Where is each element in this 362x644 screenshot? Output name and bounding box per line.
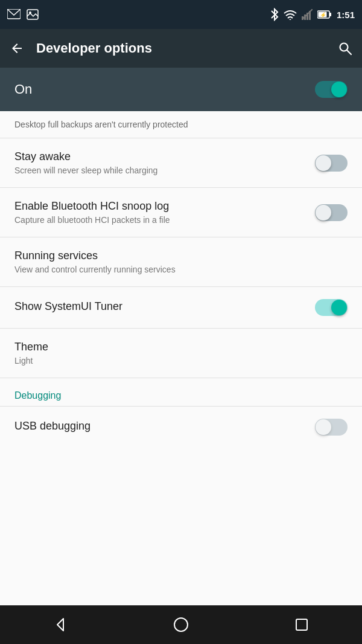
signal-icon xyxy=(302,9,313,20)
on-label: On xyxy=(14,82,32,97)
setting-systemui-tuner-title: Show SystemUI Tuner xyxy=(14,300,305,313)
content-area: Desktop full backups aren't currently pr… xyxy=(0,111,362,605)
setting-usb-debugging[interactable]: USB debugging xyxy=(0,407,362,442)
setting-theme-title: Theme xyxy=(14,341,338,353)
search-button[interactable] xyxy=(338,41,352,56)
status-bar-left-icons xyxy=(7,9,39,20)
setting-stay-awake[interactable]: Stay awake Screen will never sleep while… xyxy=(0,138,362,188)
status-time: 1:51 xyxy=(337,10,355,20)
setting-usb-debugging-text: USB debugging xyxy=(14,420,315,435)
setting-bluetooth-hci[interactable]: Enable Bluetooth HCI snoop log Capture a… xyxy=(0,188,362,237)
toggle-knob xyxy=(331,300,347,315)
svg-rect-17 xyxy=(296,619,307,630)
nav-recents-button[interactable] xyxy=(284,607,320,643)
page-title: Developer options xyxy=(36,40,338,56)
svg-rect-10 xyxy=(329,13,331,16)
toggle-knob xyxy=(316,419,331,435)
image-icon xyxy=(27,9,39,20)
setting-systemui-tuner-text: Show SystemUI Tuner xyxy=(14,300,315,315)
setting-bluetooth-hci-title: Enable Bluetooth HCI snoop log xyxy=(14,200,305,213)
toggle-knob xyxy=(331,82,347,97)
svg-point-16 xyxy=(174,618,188,631)
section-header-debugging: Debugging xyxy=(0,378,362,407)
setting-theme-text: Theme Light xyxy=(14,341,348,365)
setting-bluetooth-hci-text: Enable Bluetooth HCI snoop log Capture a… xyxy=(14,200,315,225)
setting-stay-awake-text: Stay awake Screen will never sleep while… xyxy=(14,150,315,175)
setting-running-services[interactable]: Running services View and control curren… xyxy=(0,237,362,287)
back-button[interactable] xyxy=(10,41,24,56)
svg-marker-15 xyxy=(57,619,63,631)
svg-text:⚡: ⚡ xyxy=(320,11,327,19)
toolbar: Developer options xyxy=(0,29,362,68)
setting-stay-awake-subtitle: Screen will never sleep while charging xyxy=(14,166,305,175)
setting-running-services-subtitle: View and control currently running servi… xyxy=(14,265,338,274)
setting-theme-subtitle: Light xyxy=(14,356,338,365)
nav-home-button[interactable] xyxy=(163,607,199,643)
toggle-knob xyxy=(316,155,331,171)
usb-debugging-toggle[interactable] xyxy=(315,419,348,436)
nav-back-button[interactable] xyxy=(42,607,78,643)
gmail-icon xyxy=(7,9,21,20)
setting-bluetooth-hci-subtitle: Capture all bluetooth HCI packets in a f… xyxy=(14,215,305,225)
bluetooth-icon xyxy=(270,8,279,21)
battery-icon: ⚡ xyxy=(317,9,332,20)
stay-awake-toggle[interactable] xyxy=(315,155,348,172)
systemui-tuner-toggle[interactable] xyxy=(315,299,348,316)
setting-stay-awake-title: Stay awake xyxy=(14,150,305,163)
status-bar-right-icons: ⚡ 1:51 xyxy=(270,8,355,21)
setting-theme[interactable]: Theme Light xyxy=(0,329,362,378)
setting-running-services-title: Running services xyxy=(14,250,338,262)
wifi-icon xyxy=(284,9,297,20)
bluetooth-hci-toggle[interactable] xyxy=(315,204,348,221)
notice-text: Desktop full backups aren't currently pr… xyxy=(0,111,362,138)
toggle-knob xyxy=(316,205,331,221)
bottom-nav xyxy=(0,605,362,644)
on-banner: On xyxy=(0,68,362,111)
svg-point-3 xyxy=(289,19,291,21)
setting-running-services-text: Running services View and control curren… xyxy=(14,250,348,274)
setting-usb-debugging-title: USB debugging xyxy=(14,420,305,433)
status-bar: ⚡ 1:51 xyxy=(0,0,362,29)
svg-line-14 xyxy=(347,50,351,54)
setting-systemui-tuner[interactable]: Show SystemUI Tuner xyxy=(0,287,362,329)
developer-options-toggle[interactable] xyxy=(315,81,348,98)
